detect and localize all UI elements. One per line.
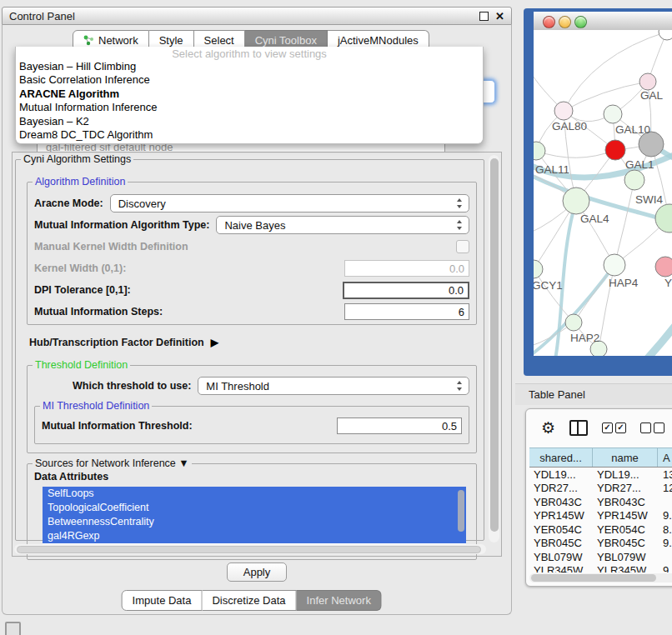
dropdown-placeholder: Select algorithm to view settings [16,47,483,60]
table-row[interactable]: YDR27...YDR27...12 [529,482,672,496]
network-node[interactable] [655,257,672,277]
select-all-checkboxes-icon[interactable]: ✓ ✓ [602,422,626,433]
table-row[interactable]: YPR145WYPR145W9. [529,509,672,523]
algorithm-option[interactable]: Bayesian – Hill Climbing [16,60,483,73]
table-row[interactable]: YLR345WYLR345W9. [529,564,672,573]
group-title: Cyni Algorithm Settings [21,153,133,165]
table-row[interactable]: YER054CYER054C8. [529,522,672,537]
network-window-titlebar [534,12,672,31]
algorithm-option[interactable]: ARACNE Algorithm [16,88,483,101]
expand-arrow-icon: ▶ [211,337,218,348]
manual-kernel-width-checkbox[interactable] [456,240,469,253]
attribute-item-selected[interactable]: BetweennessCentrality [43,515,466,529]
algorithm-option[interactable]: Basic Correlation Inference [16,73,483,87]
column-header[interactable]: shared... [529,448,593,467]
attribute-item-selected[interactable]: SelfLoops [43,487,466,501]
table-panel-header: Table Panel [515,383,672,405]
node-label: Y [664,277,672,289]
network-edge[interactable] [536,150,615,158]
dpi-tolerance-label: DPI Tolerance [0,1]: [34,284,131,296]
table-cell: 9. [658,509,672,522]
table-cell: YLR345W [529,564,593,572]
dropdown-items: Bayesian – Hill ClimbingBasic Correlatio… [16,60,483,142]
table-cell: YBR043C [529,496,593,508]
tab-label: Cyni Toolbox [255,34,317,47]
mi-algorithm-type-select[interactable]: Naive Bayes [216,216,469,234]
tab-label: Network [98,34,138,47]
mi-steps-field[interactable]: 6 [344,303,469,320]
network-edge[interactable] [534,269,574,322]
algorithm-option[interactable]: Bayesian – K2 [16,115,483,128]
network-node[interactable] [605,140,625,160]
table-cell: YDR27... [529,482,593,494]
table-cell: YBR043C [593,496,658,508]
algorithm-option[interactable]: Mutual Information Inference [16,101,483,114]
horizontal-scrollbar[interactable] [14,544,486,554]
network-node[interactable] [604,254,625,276]
table-cell: 12 [658,482,672,494]
network-node[interactable] [563,188,589,214]
control-panel-title: Control Panel [9,10,473,22]
tab-label: Discretize Data [212,594,285,607]
table-cell: 9. [658,564,672,572]
table-cell: YBL079W [593,551,658,563]
deselect-all-checkboxes-icon[interactable] [640,422,664,433]
network-node[interactable] [534,260,543,278]
network-icon [83,35,94,46]
hub-tf-definition-label: Hub/Transcription Factor Definition [29,337,204,348]
aracne-mode-value: Discovery [118,198,166,210]
table-cell: YER054C [529,523,593,536]
node-label: GAL10 [615,123,650,136]
close-icon[interactable]: ✕ [495,12,504,20]
network-node[interactable] [624,170,644,190]
cyni-algorithm-settings-group: Cyni Algorithm Settings Algorithm Defini… [15,159,484,541]
gear-icon[interactable]: ⚙ [541,420,555,436]
dpi-tolerance-field[interactable]: 0.0 [343,282,469,299]
node-table: shared... name A YDL19...YDL19...13YDR27… [529,448,672,572]
hub-tf-definition-toggle[interactable]: Hub/Transcription Factor Definition ▶ [29,337,218,348]
network-node[interactable] [604,105,622,123]
table-cell: YER054C [593,523,658,536]
data-attributes-label: Data Attributes [34,471,469,482]
mi-threshold-field[interactable]: 0.5 [337,418,462,434]
attribute-item-selected[interactable]: gal4RGexp [43,529,466,543]
tab-discretize-data[interactable]: Discretize Data [202,590,296,611]
table-row[interactable]: YBL079WYBL079W [529,550,672,564]
network-node[interactable] [655,204,672,232]
aracne-mode-select[interactable]: Discovery [110,194,469,212]
network-node[interactable] [565,314,582,331]
collapse-arrow-icon[interactable]: ▼ [178,458,188,469]
network-node[interactable] [639,73,656,90]
zoom-traffic-light-icon[interactable] [574,16,587,28]
vertical-scrollbar[interactable] [489,155,499,542]
network-edge[interactable] [614,323,672,356]
table-row[interactable]: YBR045CYBR045C9. [529,537,672,551]
tab-infer-network[interactable]: Infer Network [297,590,382,611]
list-scrollbar[interactable] [458,490,464,532]
node-label: HAP4 [609,277,639,289]
kernel-width-field[interactable]: 0.0 [344,260,469,277]
table-horizontal-scrollbar[interactable] [529,573,672,582]
column-header[interactable]: A [658,448,672,467]
network-node[interactable] [659,30,672,40]
network-canvas[interactable]: GALGAL80GAL10GAL1GAL11SWI4GAL4GCY1HAP4YH… [534,30,672,356]
network-node[interactable] [554,102,573,120]
which-threshold-select[interactable]: MI Threshold [198,377,469,395]
minimize-traffic-light-icon[interactable] [559,16,571,28]
algorithm-dropdown-list: Select algorithm to view settings Bayesi… [15,47,484,144]
table-row[interactable]: YDL19...YDL19...13 [529,468,672,482]
node-label: GAL4 [580,212,609,225]
attribute-item-selected[interactable]: TopologicalCoefficient [43,501,466,515]
close-traffic-light-icon[interactable] [543,16,555,28]
apply-button[interactable]: Apply [227,562,287,582]
table-row[interactable]: YBR043CYBR043C [529,495,672,509]
float-window-icon[interactable] [479,12,489,21]
group-title: Sources for Network Inference ▼ [33,458,192,469]
spinner-arrows-icon [457,380,463,392]
data-attributes-list[interactable]: SelfLoopsTopologicalCoefficientBetweenne… [43,487,466,547]
network-node[interactable] [534,142,545,160]
column-header[interactable]: name [593,448,658,467]
tab-impute-data[interactable]: Impute Data [122,590,203,611]
algorithm-option[interactable]: Dream8 DC_TDC Algorithm [16,128,483,142]
columns-icon[interactable] [569,420,588,436]
